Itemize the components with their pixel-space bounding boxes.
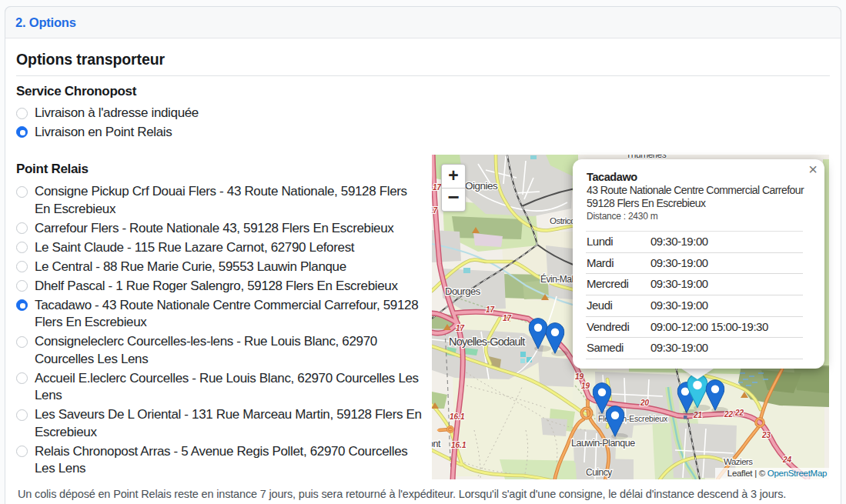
svg-text:16.1: 16.1: [451, 441, 466, 449]
svg-text:20: 20: [640, 399, 650, 407]
svg-text:Lauwin-Planque: Lauwin-Planque: [571, 438, 635, 449]
svg-text:17: 17: [433, 183, 442, 192]
svg-text:17: 17: [432, 206, 438, 215]
svg-text:17: 17: [456, 324, 465, 332]
svg-text:17: 17: [503, 314, 512, 322]
svg-text:24: 24: [782, 456, 792, 464]
svg-text:19: 19: [575, 372, 584, 381]
svg-text:22: 22: [734, 409, 744, 417]
svg-text:23: 23: [761, 431, 771, 439]
svg-text:17: 17: [486, 305, 495, 314]
svg-text:19: 19: [581, 382, 590, 390]
svg-text:Waziers: Waziers: [724, 457, 753, 466]
svg-text:Oignies: Oignies: [465, 180, 498, 192]
svg-text:Beaumont: Beaumont: [432, 439, 441, 449]
svg-text:Cuincy: Cuincy: [586, 467, 612, 478]
svg-text:Noyelles-Godault: Noyelles-Godault: [449, 335, 525, 348]
svg-text:16.1: 16.1: [450, 412, 465, 421]
svg-text:Dourges: Dourges: [445, 285, 481, 297]
